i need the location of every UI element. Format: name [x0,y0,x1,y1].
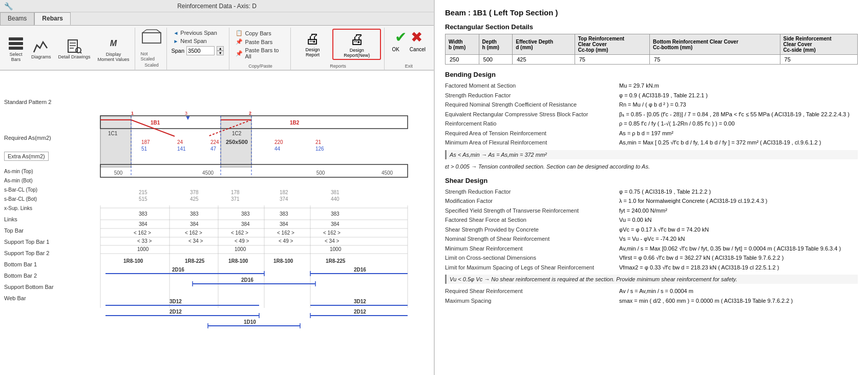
detail-drawings-icon [66,38,82,54]
shear-row-3: Factored Shear Force at Section Vu = 0.0… [445,216,858,224]
cancel-label: Cancel [410,47,426,52]
support-top-bar2-label-row: Support Top Bar 2 [4,250,83,261]
shear-row-2: Specified Yield Strength of Transverse R… [445,206,858,215]
design-report-new-button[interactable]: 🖨 Design Report(New) [332,29,381,60]
ribbon: Select Bars Diagrams [0,26,434,71]
formula2: εt > 0.005 → Tension controlled section.… [445,162,858,171]
svg-text:3D12: 3D12 [170,299,182,304]
paste-bars-button[interactable]: 📌 Paste Bars [234,37,274,46]
copy-paste-group: 📋 Copy Bars 📌 Paste Bars 📌 Paste Bars to… [230,28,290,70]
next-span-label: Next Span [180,38,206,44]
shear-title: Shear Design [445,177,858,184]
val-side-cover: 75 [780,55,857,65]
svg-text:378: 378 [190,190,199,195]
cancel-icon: ✖ [411,29,422,45]
svg-text:126: 126 [315,146,324,152]
rect-section-title: Rectangular Section Details [445,23,858,31]
cancel-button[interactable]: ✖ [411,29,422,46]
bending-row-4: Reinforcement Ratio ρ = 0.85 f'c / fy ( … [445,119,858,128]
svg-text:384: 384 [280,221,288,227]
svg-text:24: 24 [177,139,183,145]
svg-text:1B2: 1B2 [290,120,300,126]
prev-arrow-icon: ◄ [173,30,178,36]
bottom-bar1-label-row: Bottom Bar 1 [4,261,83,273]
next-span-button[interactable]: ► Next Span [171,37,226,45]
svg-text:▼: ▼ [185,114,191,121]
svg-text:250x500: 250x500 [226,139,248,145]
not-scaled-label: Not Scaled [140,51,162,61]
svg-text:383: 383 [139,211,147,217]
span-down-button[interactable]: ▼ [217,51,224,55]
bending-row-2: Required Nominal Strength Coefficient of… [445,100,858,109]
design-report-new-label: Design Report(New) [336,48,377,58]
select-bars-icon [8,35,24,52]
display-moment-icon: M [105,35,121,52]
val-bot-cover: 75 [650,55,780,65]
svg-text:220: 220 [274,139,283,145]
val-width: 250 [446,55,479,65]
col-depth: Depthh (mm) [479,34,513,55]
scaled-icon [141,29,162,50]
svg-text:1000: 1000 [330,246,342,252]
svg-text:383: 383 [190,211,199,217]
col-side-reinf: Side ReinforcementClear CoverCc-side (mm… [780,34,857,55]
diagrams-button[interactable]: Diagrams [29,36,54,61]
svg-text:2D16: 2D16 [172,267,184,273]
svg-text:2: 2 [249,111,251,116]
copy-bars-button[interactable]: 📋 Copy Bars [234,29,273,37]
svg-text:371: 371 [231,196,240,202]
svg-text:< 162 >: < 162 > [231,230,248,236]
svg-rect-47 [100,164,408,177]
svg-text:44: 44 [274,146,281,152]
span-input[interactable] [186,46,215,55]
svg-text:1: 1 [131,111,134,116]
svg-rect-1 [9,42,23,45]
bending-row-0: Factored Moment at Section Mu = 29.7 kN.… [445,81,858,90]
svg-text:< 162 >: < 162 > [185,230,202,236]
display-moment-button[interactable]: M DisplayMoment Values [95,34,132,64]
svg-text:440: 440 [331,196,340,202]
svg-text:384: 384 [241,221,250,227]
detail-drawings-label: Detail Drawings [58,54,91,59]
tab-rebars[interactable]: Rebars [34,12,71,25]
beam-svg: 500 4500 500 4500 250x500 [83,75,430,371]
svg-text:< 162 >: < 162 > [277,230,294,236]
svg-text:1R8-225: 1R8-225 [326,258,346,264]
svg-rect-18 [100,116,131,167]
col-width: Widthb (mm) [446,34,479,55]
tab-beams[interactable]: Beams [0,12,34,25]
copy-icon: 📋 [236,30,243,36]
svg-text:374: 374 [280,196,288,202]
shear-row-1: Modification Factor λ = 1.0 for Normalwe… [445,197,858,205]
row-labels-column: Standard Pattern 2 Required As(mm2) Extr… [4,75,83,371]
design-report-button[interactable]: 🖨 Design Report [295,29,331,60]
paste-bars-all-button[interactable]: 📌 Paste Bars to All [234,46,287,60]
svg-text:384: 384 [190,221,199,227]
sbar-cl-bot-label-row: s-Bar-CL (Bot) [4,196,83,205]
exit-group-label: Exit [405,62,413,69]
title-bar: 🔧 Reinforcement Data - Axis: D [0,0,434,12]
svg-text:383: 383 [241,211,250,217]
previous-span-button[interactable]: ◄ Previous Span [171,29,226,37]
svg-text:224: 224 [210,139,219,145]
standard-pattern-label: Standard Pattern 2 [4,80,83,123]
svg-text:187: 187 [141,139,150,145]
svg-rect-20 [100,116,408,129]
navigation-group: ◄ Previous Span ► Next Span Span ▲ ▼ [168,28,229,70]
copy-paste-group-label: Copy/Paste [234,62,287,69]
ok-icon: ✔ [395,29,407,45]
main-content: Standard Pattern 2 Required As(mm2) Extr… [0,71,434,375]
col-eff-depth: Effective Depthd (mm) [513,34,575,55]
diagram-area: 500 4500 500 4500 250x500 [83,75,430,371]
shear-row-8: Limit for Maximum Spacing of Legs of She… [445,263,858,272]
shear-rows: Strength Reduction Factor φ = 0.75 ( ACI… [445,187,858,272]
svg-text:500: 500 [316,170,325,176]
shear-row-7: Limit on Cross-sectional Dimensions Vfir… [445,254,858,262]
select-bars-button[interactable]: Select Bars [5,34,27,64]
span-up-button[interactable]: ▲ [217,46,224,51]
ok-button[interactable]: ✔ [395,29,407,46]
svg-text:1R8-100: 1R8-100 [123,258,143,264]
scaled-group: Not Scaled Scaled [136,28,167,70]
detail-drawings-button[interactable]: Detail Drawings [56,36,93,61]
svg-text:1R8-100: 1R8-100 [273,258,293,264]
